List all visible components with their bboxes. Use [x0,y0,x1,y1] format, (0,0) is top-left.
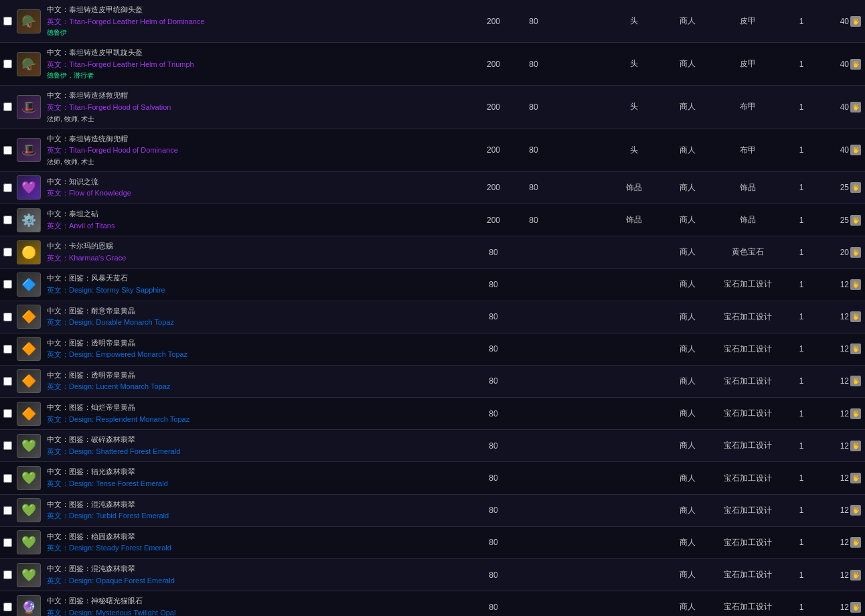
item-icon: 🔷 [17,273,41,297]
currency-icon: 🖐 [850,102,861,112]
currency-icon: 🖐 [850,215,861,226]
item-name-cn: 中文：图鉴：耐意帝皇黄晶 [47,305,469,317]
currency-icon: 🖐 [850,537,861,548]
price-value: 40 [840,145,849,155]
item-icon: 💚 [17,530,41,554]
col-price: 25🖐 [821,215,865,226]
row-checkbox[interactable] [3,146,12,155]
item-icon: 💚 [17,434,41,458]
col-count: 1 [781,538,821,547]
row-checkbox[interactable] [3,474,12,483]
currency-icon: 🖐 [850,505,861,516]
col-price: 12🖐 [821,570,865,581]
item-icon: 🔶 [17,337,41,361]
col-ilvl: 200 [473,102,514,112]
price-value: 12 [840,570,849,580]
col-type: 宝石加工设计 [714,311,781,323]
row-checkbox[interactable] [3,183,12,192]
col-count: 1 [781,570,821,580]
col-level: 80 [514,17,554,26]
table-row: 💜中文：知识之流英文：Flow of Knowledge20080饰品商人饰品1… [0,172,865,204]
price-value: 12 [840,312,849,321]
item-name-en: 英文：Titan-Forged Hood of Salvation [47,102,469,114]
col-count: 1 [781,145,821,155]
item-name-col: 中文：图鉴：透明帝皇黄晶英文：Design: Empowered Monarch… [43,336,473,362]
table-row: 🔷中文：图鉴：风暴天蓝石英文：Design: Stormy Sky Sapphi… [0,268,865,301]
item-name-en: 英文：Design: Tense Forest Emerald [47,478,469,490]
row-checkbox[interactable] [3,17,12,25]
item-name-en: 英文：Flow of Knowledge [47,187,469,200]
row-checkbox[interactable] [3,216,12,224]
item-icon: 🪖 [17,9,41,33]
col-source: 商人 [661,311,714,323]
col-count: 1 [781,248,821,257]
row-checkbox[interactable] [3,538,12,547]
row-checkbox[interactable] [3,345,12,354]
price-value: 12 [840,538,849,547]
item-name-cn: 中文：图鉴：风暴天蓝石 [47,273,469,285]
col-source: 商人 [661,473,714,484]
item-icon: 💚 [17,563,41,587]
row-checkbox[interactable] [3,248,12,256]
col-type: 宝石加工设计 [714,408,781,419]
row-checkbox[interactable] [3,313,12,321]
price-value: 20 [840,248,849,257]
item-icon: 💚 [17,466,41,490]
col-price: 12🖐 [821,343,865,354]
col-ilvl: 200 [473,183,514,192]
row-checkbox[interactable] [3,441,12,450]
row-checkbox[interactable] [3,603,12,611]
item-name-col: 中文：图鉴：风暴天蓝石英文：Design: Stormy Sky Sapphir… [43,271,473,297]
row-checkbox[interactable] [3,377,12,386]
item-name-en: 英文：Design: Stormy Sky Sapphire [47,285,469,297]
col-count: 1 [781,183,821,192]
col-count: 1 [781,17,821,26]
col-count: 1 [781,344,821,354]
row-checkbox[interactable] [3,60,12,68]
item-name-cn: 中文：泰坦铸造统御兜帽 [47,133,469,145]
item-name-cn: 中文：图鉴：辐光森林翡翠 [47,466,469,478]
price-value: 12 [840,473,849,483]
col-count: 1 [781,280,821,289]
col-count: 1 [781,473,821,483]
price-value: 12 [840,376,849,386]
item-table: 🪖中文：泰坦铸造皮甲统御头盔英文：Titan-Forged Leather He… [0,0,865,616]
row-checkbox[interactable] [3,570,12,579]
item-name-en: 英文：Design: Empowered Monarch Topaz [47,349,469,361]
item-name-cn: 中文：图鉴：混沌森林翡翠 [47,563,469,575]
col-ilvl: 200 [473,145,514,155]
col-ilvl: 80 [473,570,514,580]
row-checkbox[interactable] [3,506,12,515]
price-value: 40 [840,102,849,112]
col-slot: 头 [607,145,661,156]
item-name-en: 英文：Titan-Forged Leather Helm of Triumph [47,59,469,71]
table-row: 🔶中文：图鉴：耐意帝皇黄晶英文：Design: Durable Monarch … [0,301,865,333]
col-price: 40🖐 [821,145,865,155]
col-ilvl: 80 [473,248,514,257]
item-name-en: 英文：Design: Opaque Forest Emerald [47,575,469,587]
item-name-col: 中文：泰坦之砧英文：Anvil of Titans [43,207,473,233]
item-name-en: 英文：Design: Lucent Monarch Topaz [47,381,469,393]
col-type: 饰品 [714,214,781,226]
col-ilvl: 200 [473,60,514,69]
col-ilvl: 200 [473,17,514,26]
item-name-col: 中文：泰坦铸造拯救兜帽英文：Titan-Forged Hood of Salva… [43,88,473,125]
col-ilvl: 80 [473,376,514,386]
item-name-sub: 德鲁伊 [47,27,469,38]
col-type: 宝石加工设计 [714,279,781,290]
row-checkbox[interactable] [3,409,12,418]
item-name-en: 英文：Design: Turbid Forest Emerald [47,510,469,522]
col-price: 40🖐 [821,102,865,112]
currency-icon: 🖐 [850,602,861,613]
price-value: 12 [840,280,849,289]
item-name-col: 中文：图鉴：混沌森林翡翠英文：Design: Opaque Forest Eme… [43,562,473,588]
col-type: 布甲 [714,145,781,156]
item-name-cn: 中文：泰坦铸造拯救兜帽 [47,90,469,102]
row-checkbox[interactable] [3,102,12,111]
col-level: 80 [514,216,554,225]
col-source: 商人 [661,569,714,581]
item-icon: 🎩 [17,138,41,162]
currency-icon: 🖐 [850,279,861,290]
row-checkbox[interactable] [3,280,12,289]
item-name-cn: 中文：图鉴：破碎森林翡翠 [47,434,469,446]
